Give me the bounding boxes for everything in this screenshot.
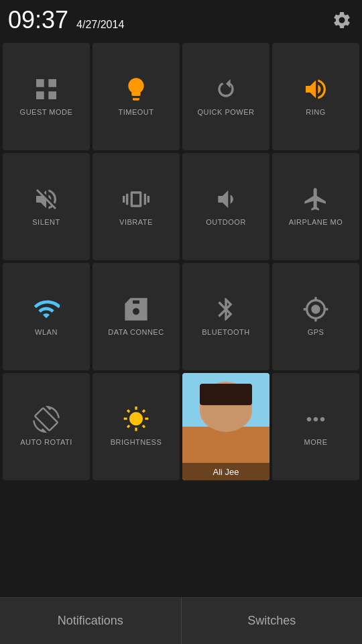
cell-icon-vibrate xyxy=(123,186,149,213)
grid-cell-data-connect[interactable]: DATA CONNEC xyxy=(93,263,180,370)
switches-tab[interactable]: Switches xyxy=(182,598,363,644)
bottom-tabs: Notifications Switches xyxy=(0,597,362,644)
profile-name: Ali Jee xyxy=(213,467,239,477)
settings-icon[interactable] xyxy=(330,8,354,32)
grid-cell-more[interactable]: MORE xyxy=(272,373,359,480)
empty-area xyxy=(0,483,362,597)
cell-icon-more xyxy=(302,406,329,433)
cell-label-timeout: TIMEOUT xyxy=(116,108,157,117)
cell-icon-airplane-mode xyxy=(302,186,329,213)
grid-cell-silent[interactable]: SILENT xyxy=(3,153,90,260)
notifications-tab[interactable]: Notifications xyxy=(0,598,182,644)
grid-cell-auto-rotate[interactable]: AUTO ROTATI xyxy=(3,373,90,480)
grid-cell-gps[interactable]: GPS xyxy=(272,263,359,370)
cell-icon-gps xyxy=(302,296,329,323)
cell-label-auto-rotate: AUTO ROTATI xyxy=(17,438,75,447)
cell-label-bluetooth: BLUETOOTH xyxy=(199,328,253,337)
grid-cell-timeout[interactable]: TIMEOUT xyxy=(93,43,180,150)
cell-icon-timeout xyxy=(123,76,149,103)
cell-label-vibrate: VIBRATE xyxy=(117,218,156,227)
cell-label-outdoor: OUTDOOR xyxy=(203,218,249,227)
cell-icon-guest-mode xyxy=(33,76,60,103)
cell-label-data-connect: DATA CONNEC xyxy=(105,328,166,337)
status-left: 09:37 4/27/2014 xyxy=(8,6,124,34)
cell-icon-bluetooth xyxy=(213,296,239,323)
cell-label-gps: GPS xyxy=(305,328,327,337)
grid-cell-outdoor[interactable]: OUTDOOR xyxy=(182,153,269,260)
cell-label-airplane-mode: AIRPLANE MO xyxy=(286,218,346,227)
date-display: 4/27/2014 xyxy=(76,19,124,31)
grid-cell-vibrate[interactable]: VIBRATE xyxy=(93,153,180,260)
time-display: 09:37 xyxy=(8,6,68,34)
cell-label-guest-mode: GUEST MODE xyxy=(17,108,76,117)
cell-label-quick-power: QUICK POWER xyxy=(195,108,257,117)
cell-label-wlan: WLAN xyxy=(32,328,60,337)
grid-cell-bluetooth[interactable]: BLUETOOTH xyxy=(182,263,269,370)
grid-cell-quick-power[interactable]: QUICK POWER xyxy=(182,43,269,150)
cell-icon-auto-rotate xyxy=(33,406,60,433)
grid-cell-airplane-mode[interactable]: AIRPLANE MO xyxy=(272,153,359,260)
cell-label-more: MORE xyxy=(302,438,330,447)
cell-label-silent: SILENT xyxy=(29,218,63,227)
cell-icon-outdoor xyxy=(213,186,239,213)
quick-settings-grid: GUEST MODE TIMEOUT QUICK POWER RING SILE… xyxy=(0,40,362,483)
cell-icon-wlan xyxy=(33,296,60,323)
cell-label-ring: RING xyxy=(303,108,328,117)
grid-cell-wlan[interactable]: WLAN xyxy=(3,263,90,370)
cell-icon-quick-power xyxy=(213,76,239,103)
grid-cell-guest-mode[interactable]: GUEST MODE xyxy=(3,43,90,150)
grid-cell-profile[interactable]: Ali Jee xyxy=(182,373,269,480)
cell-icon-silent xyxy=(33,186,60,213)
grid-cell-brightness[interactable]: BRIGHTNESS xyxy=(93,373,180,480)
status-bar: 09:37 4/27/2014 xyxy=(0,0,362,40)
grid-cell-ring[interactable]: RING xyxy=(272,43,359,150)
cell-icon-brightness xyxy=(123,406,149,433)
cell-label-brightness: BRIGHTNESS xyxy=(108,438,165,447)
cell-icon-ring xyxy=(302,76,329,103)
cell-icon-data-connect xyxy=(123,296,149,323)
